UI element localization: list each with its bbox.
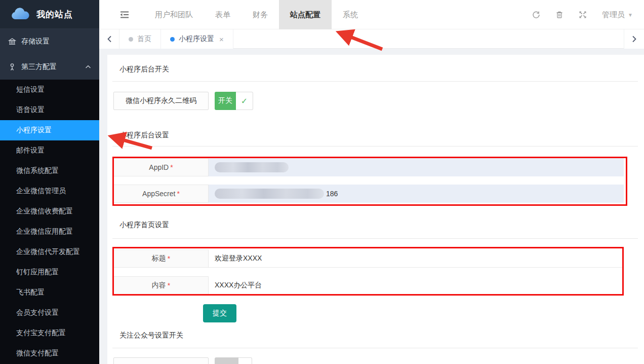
section-title-follow-switch: 关注公众号设置开关: [119, 331, 183, 340]
sidebar-item-wechat-system[interactable]: 微信系统配置: [0, 161, 99, 181]
content-value-field[interactable]: XXXX办公平台: [209, 276, 624, 295]
sidebar-item-voice[interactable]: 语音设置: [0, 100, 99, 120]
tab-dot: [170, 37, 175, 42]
divider: [112, 146, 638, 147]
appid-row: AppID *: [113, 158, 624, 176]
tab-miniprogram-settings[interactable]: 小程序设置 ×: [161, 29, 233, 49]
check-icon: ✓: [241, 96, 248, 106]
field-label-text: AppSecret: [142, 190, 175, 198]
required-asterisk: *: [168, 254, 170, 263]
appsecret-visible-suffix: 186: [326, 190, 338, 198]
appsecret-value-field[interactable]: 186: [209, 185, 624, 203]
tabs-scroll-right[interactable]: [624, 29, 644, 49]
toggle-blank-segment[interactable]: [238, 357, 252, 364]
required-asterisk: *: [177, 190, 179, 198]
toggle-check-segment[interactable]: ✓: [236, 92, 253, 110]
nav-item-site-config[interactable]: 站点配置: [279, 0, 332, 29]
toggle-off-segment[interactable]: [215, 357, 238, 364]
sidebar-item-wechat-pay[interactable]: 微信支付配置: [0, 343, 99, 363]
tab-home[interactable]: 首页: [119, 29, 161, 49]
sidebar-item-wecom-dev[interactable]: 企业微信代开发配置: [0, 242, 99, 262]
tab-label: 首页: [137, 34, 151, 44]
refresh-icon[interactable]: [532, 11, 540, 19]
field-label-text: AppID: [149, 163, 169, 171]
required-asterisk: *: [168, 281, 170, 289]
section-title-backend-settings: 小程序后台设置: [119, 131, 169, 140]
submit-button[interactable]: 提交: [203, 304, 236, 322]
section-title-backend-switch: 小程序后台开关: [119, 65, 169, 74]
nav-item-forms[interactable]: 表单: [204, 0, 242, 29]
nav-item-system[interactable]: 系统: [332, 0, 369, 29]
tabs: 首页 小程序设置 ×: [119, 29, 233, 49]
user-name: 管理员: [602, 10, 625, 20]
title-row: 标题 * 欢迎登录XXXX: [113, 249, 624, 268]
required-asterisk: *: [170, 163, 173, 171]
sidebar-item-member-pay[interactable]: 会员支付设置: [0, 303, 99, 323]
sidebar-group-storage[interactable]: 存储设置: [0, 29, 99, 54]
appid-value-field[interactable]: [209, 158, 624, 176]
appid-label: AppID *: [113, 158, 209, 176]
tab-dot: [129, 37, 133, 42]
top-nav-actions: 管理员 ▼: [532, 0, 633, 29]
title-label: 标题 *: [113, 249, 209, 268]
sidebar-item-feishu[interactable]: 飞书配置: [0, 282, 99, 303]
sidebar-item-wecom-admin[interactable]: 企业微信管理员: [0, 181, 99, 201]
sidebar-item-dingtalk-app[interactable]: 钉钉应用配置: [0, 262, 99, 282]
follow-setting-button[interactable]: [113, 357, 209, 364]
sidebar-item-alipay[interactable]: 支付宝支付配置: [0, 323, 99, 343]
chevron-up-icon: [85, 65, 91, 69]
wechat-qr-button[interactable]: 微信小程序永久二维码: [113, 92, 209, 110]
content-label: 内容 *: [113, 276, 209, 295]
field-label-text: 内容: [152, 281, 166, 290]
cloud-logo-icon: [10, 7, 30, 21]
appsecret-row: AppSecret * 186: [113, 185, 624, 203]
sidebar-item-sms[interactable]: 短信设置: [0, 80, 99, 100]
sidebar-item-wecom-billing[interactable]: 企业微信收费配置: [0, 201, 99, 222]
section-title-home-settings: 小程序首页设置: [119, 221, 169, 230]
divider: [112, 238, 638, 239]
tab-label: 小程序设置: [179, 34, 214, 44]
tabs-scroll-left[interactable]: [99, 29, 119, 49]
content-row: 内容 * XXXX办公平台: [113, 276, 624, 295]
content-card: 小程序后台开关 微信小程序永久二维码 开关 ✓ 小程序后台设置 AppID * …: [107, 55, 644, 364]
sidebar-item-miniprogram[interactable]: 小程序设置: [0, 120, 99, 140]
sidebar-submenu: 短信设置 语音设置 小程序设置 邮件设置 微信系统配置 企业微信管理员 企业微信…: [0, 80, 99, 363]
sidebar-item-wecom-app[interactable]: 企业微信应用配置: [0, 222, 99, 242]
divider: [112, 81, 638, 82]
app-window: 我的站点 存储设置 第三方配置 短信设置: [0, 0, 644, 364]
masked-value: [215, 189, 324, 199]
tab-bar: 首页 小程序设置 ×: [99, 29, 644, 49]
close-icon[interactable]: ×: [219, 35, 224, 44]
field-label-text: 标题: [152, 254, 166, 263]
nav-item-finance[interactable]: 财务: [242, 0, 279, 29]
bank-icon: [8, 38, 16, 46]
appsecret-label: AppSecret *: [113, 185, 209, 203]
nav-item-users-teams[interactable]: 用户和团队: [144, 0, 204, 29]
title-value-field[interactable]: 欢迎登录XXXX: [209, 249, 624, 268]
backend-switch-toggle: 开关 ✓: [215, 92, 253, 110]
trash-icon[interactable]: [555, 11, 564, 19]
top-nav: 用户和团队 表单 财务 站点配置 系统: [99, 0, 644, 29]
person-icon: [8, 63, 16, 71]
site-title: 我的站点: [36, 9, 73, 20]
sidebar-group-label: 存储设置: [21, 37, 50, 46]
sidebar-group-third-party[interactable]: 第三方配置: [0, 54, 99, 80]
sidebar-group-label: 第三方配置: [21, 62, 57, 71]
sidebar: 我的站点 存储设置 第三方配置 短信设置: [0, 0, 99, 364]
sidebar-item-mail[interactable]: 邮件设置: [0, 140, 99, 161]
follow-switch-toggle: [215, 357, 252, 364]
menu-fold-icon[interactable]: [119, 11, 130, 19]
user-menu[interactable]: 管理员 ▼: [602, 10, 633, 20]
caret-down-icon: ▼: [628, 12, 633, 18]
toggle-on-segment[interactable]: 开关: [215, 92, 236, 110]
top-nav-items: 用户和团队 表单 财务 站点配置 系统: [144, 0, 369, 29]
divider: [112, 348, 638, 348]
masked-value: [215, 162, 289, 172]
expand-icon[interactable]: [579, 11, 587, 19]
brand-header: 我的站点: [0, 0, 99, 29]
